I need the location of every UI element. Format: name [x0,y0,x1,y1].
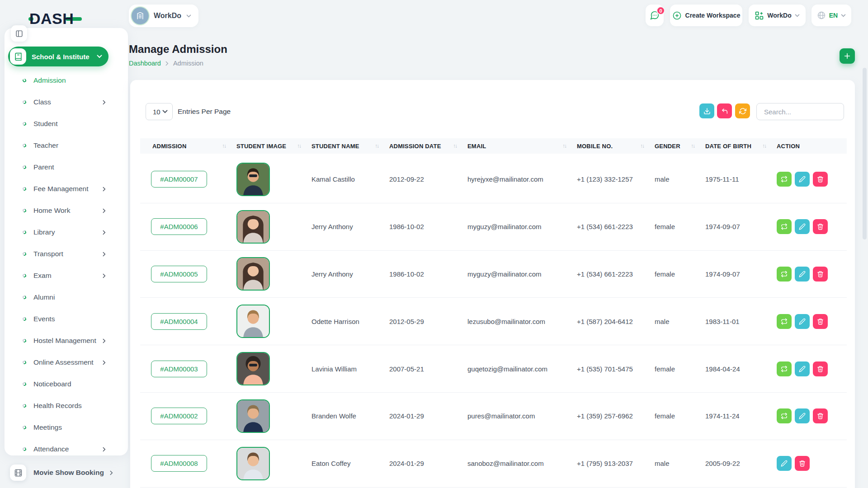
column-header[interactable]: EMAIL ↑↓ [467,138,577,154]
student-image[interactable] [236,305,270,338]
workspace-switcher[interactable]: WorkDo [129,5,198,27]
module-switcher-button[interactable]: School & Institute [8,47,108,66]
edit-button[interactable] [795,267,810,282]
column-header[interactable]: ADMISSION ↑↓ [140,138,236,154]
trash-icon [817,176,824,183]
delete-button[interactable] [813,361,828,376]
sort-icon[interactable]: ↑↓ [562,143,566,149]
column-header[interactable]: MOBILE NO. ↑↓ [577,138,655,154]
sort-icon[interactable]: ↑↓ [297,143,301,149]
undo-icon [721,108,728,115]
transfer-button[interactable] [777,408,792,423]
bullet-icon [22,447,27,451]
sidebar-item-label: Exam [33,272,103,280]
breadcrumb: Dashboard Admission [129,60,203,67]
edit-button[interactable] [795,314,810,329]
student-image[interactable] [236,210,270,244]
column-header[interactable]: STUDENT IMAGE ↑↓ [236,138,311,154]
edit-button[interactable] [777,456,792,471]
sidebar-item-meetings[interactable]: Meetings [5,417,128,438]
admission-id-badge: #ADM00003 [151,361,207,377]
export-button[interactable] [699,103,714,118]
sidebar: School & Institute Admission Class Stude… [5,28,128,455]
edit-button[interactable] [795,172,810,187]
sidebar-item-noticeboard[interactable]: Noticeboard [5,373,128,395]
sidebar-item-class[interactable]: Class [5,91,128,113]
column-header[interactable]: ACTION [777,138,847,154]
sort-icon[interactable]: ↑↓ [762,143,766,149]
refresh-button[interactable] [735,103,750,118]
delete-button[interactable] [795,456,810,471]
email-cell: guqetozig@mailinator.com [467,365,577,373]
sort-icon[interactable]: ↑↓ [640,143,644,149]
transfer-button[interactable] [777,172,792,187]
sidebar-item-student[interactable]: Student [5,113,128,135]
sort-icon[interactable]: ↑↓ [691,143,694,149]
delete-button[interactable] [813,267,828,282]
column-header[interactable]: GENDER ↑↓ [655,138,705,154]
column-header[interactable]: ADMISSION DATE ↑↓ [389,138,467,154]
sidebar-item-movie-show-booking[interactable]: Movie Show Booking [10,465,113,481]
sidebar-collapse-button[interactable] [11,25,27,42]
sidebar-item-parent[interactable]: Parent [5,156,128,178]
column-header-label: MOBILE NO. [577,143,613,150]
delete-button[interactable] [813,172,828,187]
sidebar-item-library[interactable]: Library [5,221,128,243]
create-workspace-button[interactable]: Create Workspace [670,5,742,26]
transfer-button[interactable] [777,361,792,376]
bullet-icon [22,338,27,343]
student-image[interactable] [236,447,270,480]
entries-per-page-select[interactable]: 10 [146,103,173,120]
column-header[interactable]: STUDENT NAME ↑↓ [311,138,389,154]
edit-button[interactable] [795,219,810,234]
undo-button[interactable] [717,103,732,118]
sidebar-item-fee-management[interactable]: Fee Management [5,178,128,200]
sidebar-item-online-assessment[interactable]: Online Assessment [5,352,128,373]
app-logo[interactable]: DASH [28,10,82,28]
trash-icon [817,413,824,419]
column-header[interactable]: DATE OF BIRTH ↑↓ [705,138,777,154]
sidebar-item-admission[interactable]: Admission [5,70,128,91]
student-image[interactable] [236,163,270,196]
sidebar-item-label: Hostel Management [33,337,103,345]
transfer-button[interactable] [777,219,792,234]
sidebar-item-attendance[interactable]: Attendance [5,438,128,460]
sidebar-item-transport[interactable]: Transport [5,243,128,265]
sort-icon[interactable]: ↑↓ [222,143,226,149]
sort-icon[interactable]: ↑↓ [375,143,378,149]
delete-button[interactable] [813,219,828,234]
page-scrollbar[interactable] [863,68,867,239]
language-selector[interactable]: EN [811,5,851,26]
trash-icon [817,271,824,277]
bullet-icon [22,230,27,235]
breadcrumb-dashboard-link[interactable]: Dashboard [129,60,161,67]
sidebar-item-alumni[interactable]: Alumni [5,286,128,308]
student-image[interactable] [236,352,270,385]
grid-plus-icon [755,11,764,20]
dob-cell: 1983-11-01 [705,318,777,325]
sidebar-item-health-records[interactable]: Health Records [5,395,128,417]
table-header: ADMISSION ↑↓ STUDENT IMAGE ↑↓ STUDENT NA… [140,138,847,154]
edit-button[interactable] [795,361,810,376]
delete-button[interactable] [813,314,828,329]
sidebar-item-events[interactable]: Events [5,308,128,330]
chevron-down-icon [97,55,102,58]
bullet-icon [22,273,27,278]
pencil-icon [799,413,806,419]
sort-icon[interactable]: ↑↓ [453,143,457,149]
sidebar-item-home-work[interactable]: Home Work [5,200,128,221]
table-row: #ADM00004 Odette Harrison 2012-05-29 lez… [140,298,847,345]
workdo-menu-button[interactable]: WorkDo [749,5,806,26]
transfer-button[interactable] [777,267,792,282]
sidebar-item-exam[interactable]: Exam [5,265,128,286]
search-input[interactable] [756,103,844,120]
add-admission-button[interactable] [840,48,855,64]
messages-button[interactable]: 0 [646,5,664,26]
student-image[interactable] [236,399,270,433]
student-image[interactable] [236,257,270,291]
sidebar-item-hostel-management[interactable]: Hostel Management [5,330,128,352]
sidebar-item-teacher[interactable]: Teacher [5,135,128,156]
transfer-button[interactable] [777,314,792,329]
edit-button[interactable] [795,408,810,423]
delete-button[interactable] [813,408,828,423]
